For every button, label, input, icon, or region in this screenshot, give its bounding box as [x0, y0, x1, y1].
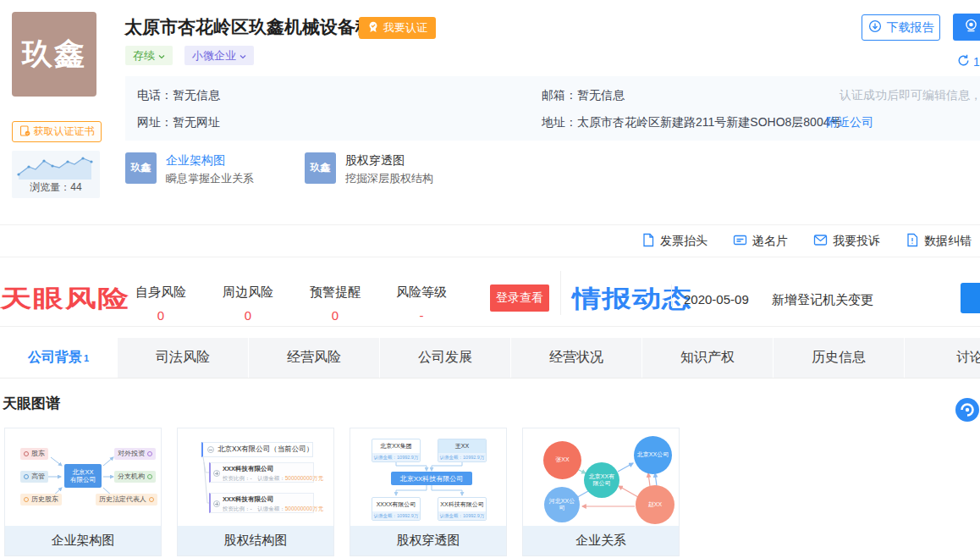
- tianyan-risk-logo: 天眼风险: [0, 283, 129, 315]
- views-widget: 浏览量：44: [12, 151, 100, 198]
- penetration-bottom-node: XX科技有限公司认缴金额：10992.9万: [438, 497, 487, 521]
- contact-info-panel: 电话：暂无信息 邮箱：暂无信息 认证成功后即可编辑信息， 网址：暂无网址 地址：…: [125, 76, 980, 141]
- login-to-view-button[interactable]: 登录查看: [490, 285, 549, 312]
- cert-icon: [19, 125, 30, 139]
- intel-view-button-partial[interactable]: [961, 283, 980, 313]
- org-structure-diagram: 股东 高管 历史股东 北京XX有限公司 对外投资 分支机构 历史法定代表人: [5, 428, 161, 526]
- status-tag[interactable]: 存续: [125, 46, 173, 65]
- card-company-relations[interactable]: 张XX 北京XX公司 北京XX有限公司 河北XX公司 赵XX 企业关系: [522, 428, 680, 556]
- action-label: 数据纠错: [924, 234, 972, 249]
- ring-icon: [24, 474, 29, 479]
- card-label: 企业关系: [523, 526, 679, 555]
- node-history-shareholders: 历史股东: [20, 494, 62, 506]
- graph-section-title: 天眼图谱: [3, 394, 60, 413]
- complaint-button[interactable]: 我要投诉: [813, 234, 880, 249]
- node-investments: 对外投资: [114, 448, 156, 460]
- business-card-button[interactable]: 递名片: [733, 234, 788, 249]
- card-label: 企业架构图: [5, 526, 161, 555]
- node-executives: 高管: [20, 471, 48, 483]
- divider: [671, 285, 672, 307]
- website-info: 网址：暂无网址: [137, 115, 220, 130]
- tab-judicial-risk[interactable]: 司法风险: [117, 338, 248, 378]
- medal-icon: [367, 21, 379, 36]
- intel-news-logo: 情报动态: [572, 283, 692, 315]
- tab-intellectual-property[interactable]: 知识产权: [641, 338, 773, 378]
- action-label: 发票抬头: [660, 234, 707, 249]
- monitor-button[interactable]: [953, 14, 980, 41]
- address-info: 地址：太原市杏花岭区新建路211号新建SOHO8层8004号: [542, 115, 841, 130]
- penetration-bottom-node: XXXX有限公司认缴金额：10992.9万: [372, 497, 421, 521]
- section-tabbar: 公司背景1 司法风险 经营风险 公司发展 经营状况 知识产权 历史信息 讨论: [0, 338, 980, 378]
- ring-icon: [24, 451, 29, 456]
- nearby-companies-link[interactable]: 附近公司: [826, 115, 873, 130]
- refresh-indicator[interactable]: 1: [957, 54, 980, 69]
- complaint-icon: [813, 234, 828, 249]
- card-label: 股权穿透图: [350, 526, 506, 555]
- invoice-title-button[interactable]: 发票抬头: [641, 233, 707, 250]
- tab-discussion[interactable]: 讨论: [904, 338, 980, 378]
- equity-chart-promo-link[interactable]: 股权穿透图: [345, 153, 405, 169]
- equity-structure-diagram: 北京XX有限公司（当前公司） XXX科技有限公司 投资比例：- 认缴金额：500…: [178, 428, 333, 526]
- equity-root-node: 北京XX有限公司（当前公司）: [201, 442, 313, 457]
- equity-child-node: XXX科技有限公司 投资比例：- 认缴金额：500000000万元: [209, 462, 314, 483]
- equity-child-node: XXX科技有限公司 投资比例：- 认缴金额：500000000万元: [209, 493, 314, 513]
- expand-icon: [213, 470, 220, 477]
- tab-operational-risk[interactable]: 经营风险: [248, 338, 379, 378]
- edit-hint: 认证成功后即可编辑信息，: [840, 88, 980, 103]
- company-relations-diagram: 张XX 北京XX公司 北京XX有限公司 河北XX公司 赵XX: [523, 428, 679, 526]
- expand-icon: [213, 500, 220, 507]
- ring-icon: [147, 451, 152, 456]
- data-correction-button[interactable]: 数据纠错: [906, 233, 972, 250]
- certify-label: 我要认证: [383, 20, 427, 36]
- self-risk-stat: 自身风险0: [125, 285, 196, 323]
- download-icon: [868, 19, 882, 36]
- card-org-structure[interactable]: 股东 高管 历史股东 北京XX有限公司 对外投资 分支机构 历史法定代表人 企业…: [4, 428, 162, 556]
- company-logo: 玖鑫: [12, 12, 96, 97]
- company-logo-text: 玖鑫: [22, 34, 86, 75]
- monitor-icon: [963, 18, 979, 37]
- penetration-top-node: 王XX认缴金额：10992.9万: [438, 439, 487, 462]
- company-profile-page: 玖鑫 太原市杏花岭区玖鑫机械设备租赁部 我要认证 下载报告 1 存续 小微企业: [0, 0, 980, 558]
- org-chart-promo-link[interactable]: 企业架构图: [166, 153, 225, 169]
- tab-business-status[interactable]: 经营状况: [510, 338, 641, 378]
- card-equity-penetration[interactable]: 北京XX集团认缴金额：10992.9万 王XX认缴金额：10992.9万 北京X…: [350, 428, 507, 556]
- relation-node-company-left: 河北XX公司: [544, 487, 580, 522]
- ring-icon: [24, 497, 29, 502]
- views-sparkline: [17, 154, 95, 180]
- tab-company-background[interactable]: 公司背景1: [0, 338, 117, 378]
- tab-company-development[interactable]: 公司发展: [379, 338, 510, 378]
- chevron-down-icon: [158, 49, 165, 62]
- ring-icon: [149, 497, 154, 502]
- action-toolbar: 发票抬头 递名片 我要投诉 数据纠错: [0, 224, 980, 257]
- card-icon: [733, 234, 747, 249]
- equity-penetration-diagram: 北京XX集团认缴金额：10992.9万 王XX认缴金额：10992.9万 北京X…: [350, 428, 506, 526]
- cert-button-label: 获取认证证书: [34, 124, 95, 139]
- peripheral-risk-stat: 周边风险0: [212, 285, 284, 323]
- company-type-tag[interactable]: 小微企业: [184, 46, 254, 65]
- tyc-logo-icon: [955, 398, 979, 422]
- tab-badge: 1: [84, 353, 89, 363]
- relation-node-person1: 张XX: [543, 441, 581, 479]
- equity-chart-promo-icon: 玖鑫: [305, 152, 336, 184]
- org-chart-promo-subtitle: 瞬息掌握企业关系: [166, 171, 254, 186]
- tab-history-info[interactable]: 历史信息: [773, 338, 904, 378]
- penetration-center-node: 北京XX科技有限公司: [391, 472, 472, 485]
- ring-icon: [147, 474, 152, 479]
- relation-node-company-top: 北京XX公司: [634, 436, 672, 474]
- get-certificate-button[interactable]: 获取认证证书: [12, 121, 102, 142]
- risk-level-stat: 风险等级-: [386, 285, 457, 323]
- certify-button[interactable]: 我要认证: [359, 17, 436, 39]
- download-report-button[interactable]: 下载报告: [862, 14, 940, 41]
- phone-info: 电话：暂无信息: [137, 88, 220, 103]
- correction-icon: [906, 233, 919, 250]
- card-equity-structure[interactable]: 北京XX有限公司（当前公司） XXX科技有限公司 投资比例：- 认缴金额：500…: [177, 428, 334, 556]
- penetration-top-node: 北京XX集团认缴金额：10992.9万: [372, 439, 421, 462]
- intel-date: 2020-05-09: [684, 292, 749, 307]
- intel-event: 新增登记机关变更: [772, 292, 873, 308]
- refresh-icon: [957, 54, 970, 69]
- invoice-icon: [641, 233, 655, 250]
- email-info: 邮箱：暂无信息: [542, 88, 625, 103]
- node-branches: 分支机构: [114, 471, 156, 483]
- equity-chart-promo-subtitle: 挖掘深层股权结构: [345, 171, 433, 186]
- chevron-down-icon: [239, 49, 246, 62]
